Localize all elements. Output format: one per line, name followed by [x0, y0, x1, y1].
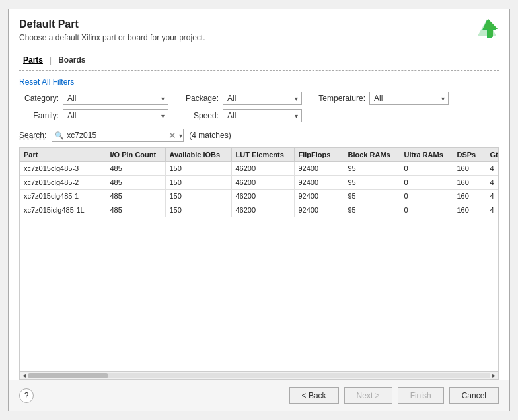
table-row[interactable]: xc7z015iclg485-1L48515046200924009501604: [20, 203, 498, 217]
xilinx-logo: [475, 17, 499, 41]
cell-io: 485: [106, 162, 165, 176]
cell-dsp: 160: [453, 203, 486, 217]
cell-iob: 150: [165, 176, 231, 190]
cell-part: xc7z015clg485-3: [20, 162, 106, 176]
cell-bram: 95: [344, 203, 400, 217]
col-header-dsp: DSPs: [453, 148, 486, 162]
tab-parts[interactable]: Parts: [19, 54, 47, 66]
cell-gb: 4: [486, 176, 498, 190]
search-input[interactable]: [67, 131, 166, 140]
category-select-wrapper[interactable]: All: [63, 92, 168, 105]
search-label: Search:: [19, 131, 46, 140]
table-header-row: Part I/O Pin Count Available IOBs LUT El…: [20, 148, 498, 162]
scroll-thumb[interactable]: [28, 373, 108, 378]
col-header-ff: FlipFlops: [294, 148, 344, 162]
horizontal-scrollbar[interactable]: ◂ ▸: [20, 371, 498, 379]
reset-filters-link[interactable]: Reset All Filters: [19, 77, 499, 87]
filters-section: Category: All Package: All: [19, 92, 499, 122]
cell-part: xc7z015iclg485-1L: [20, 203, 106, 217]
cell-uram: 0: [400, 176, 453, 190]
dialog: Default Part Choose a default Xilinx par…: [8, 9, 510, 411]
cell-part: xc7z015clg485-1: [20, 190, 106, 203]
cell-uram: 0: [400, 162, 453, 176]
search-dropdown-icon[interactable]: ▾: [179, 132, 182, 139]
cell-gb: 4: [486, 203, 498, 217]
cell-lut: 46200: [231, 176, 294, 190]
cell-io: 485: [106, 190, 165, 203]
cell-dsp: 160: [453, 176, 486, 190]
speed-select[interactable]: All: [223, 109, 302, 122]
cell-bram: 95: [344, 176, 400, 190]
next-button[interactable]: Next >: [344, 387, 392, 404]
search-icon: 🔍: [55, 131, 64, 140]
speed-filter: Speed: All: [179, 109, 302, 122]
scroll-right-arrow[interactable]: ▸: [491, 372, 497, 379]
cell-lut: 46200: [231, 162, 294, 176]
cell-gb: 4: [486, 162, 498, 176]
cell-io: 485: [106, 176, 165, 190]
search-clear-icon[interactable]: ✕: [168, 131, 176, 140]
footer-right: < Back Next > Finish Cancel: [289, 387, 499, 404]
package-filter: Package: All: [179, 92, 302, 105]
table-row[interactable]: xc7z015clg485-248515046200924009501604: [20, 176, 498, 190]
category-label: Category:: [19, 94, 59, 103]
match-count: (4 matches): [189, 131, 231, 140]
cell-iob: 150: [165, 203, 231, 217]
help-button[interactable]: ?: [19, 388, 34, 403]
cell-gb: 4: [486, 190, 498, 203]
tab-boards[interactable]: Boards: [54, 54, 89, 66]
cell-ff: 92400: [294, 176, 344, 190]
back-button[interactable]: < Back: [289, 387, 339, 404]
family-select-wrapper[interactable]: All: [63, 109, 168, 122]
temperature-select[interactable]: All: [369, 92, 449, 105]
cell-part: xc7z015clg485-2: [20, 176, 106, 190]
table-row[interactable]: xc7z015clg485-148515046200924009501604: [20, 190, 498, 203]
cell-dsp: 160: [453, 162, 486, 176]
search-input-wrapper: 🔍 ✕ ▾: [52, 129, 184, 142]
col-header-io: I/O Pin Count: [106, 148, 165, 162]
scroll-track[interactable]: [28, 373, 490, 378]
package-select[interactable]: All: [223, 92, 302, 105]
cell-iob: 150: [165, 190, 231, 203]
tab-separator: |: [50, 55, 52, 65]
package-select-wrapper[interactable]: All: [223, 92, 302, 105]
cell-bram: 95: [344, 190, 400, 203]
col-header-uram: Ultra RAMs: [400, 148, 453, 162]
cell-io: 485: [106, 203, 165, 217]
cell-dsp: 160: [453, 190, 486, 203]
family-select[interactable]: All: [63, 109, 168, 122]
dialog-header: Default Part Choose a default Xilinx par…: [9, 9, 509, 48]
temperature-select-wrapper[interactable]: All: [369, 92, 449, 105]
tabs-bar: Parts | Boards: [19, 54, 499, 71]
cell-ff: 92400: [294, 190, 344, 203]
dialog-body: Parts | Boards Reset All Filters Categor…: [9, 48, 509, 380]
scroll-left-arrow[interactable]: ◂: [21, 372, 27, 379]
cell-iob: 150: [165, 162, 231, 176]
package-label: Package:: [179, 94, 219, 103]
search-row: Search: 🔍 ✕ ▾ (4 matches): [19, 129, 499, 142]
footer-left: ?: [19, 388, 34, 403]
col-header-bram: Block RAMs: [344, 148, 400, 162]
dialog-footer: ? < Back Next > Finish Cancel: [9, 380, 509, 411]
col-header-lut: LUT Elements: [231, 148, 294, 162]
dialog-subtitle: Choose a default Xilinx part or board fo…: [19, 33, 499, 42]
parts-table: Part I/O Pin Count Available IOBs LUT El…: [20, 148, 498, 217]
cell-ff: 92400: [294, 203, 344, 217]
col-header-iob: Available IOBs: [165, 148, 231, 162]
table-body: xc7z015clg485-348515046200924009501604xc…: [20, 162, 498, 217]
filter-row-1: Category: All Package: All: [19, 92, 499, 105]
cell-bram: 95: [344, 162, 400, 176]
cell-lut: 46200: [231, 190, 294, 203]
filter-row-2: Family: All Speed: All: [19, 109, 499, 122]
cancel-button[interactable]: Cancel: [449, 387, 499, 404]
table-row[interactable]: xc7z015clg485-348515046200924009501604: [20, 162, 498, 176]
finish-button[interactable]: Finish: [398, 387, 444, 404]
speed-select-wrapper[interactable]: All: [223, 109, 302, 122]
dialog-title: Default Part: [19, 18, 499, 30]
cell-ff: 92400: [294, 162, 344, 176]
col-header-gb: Gt: [486, 148, 498, 162]
category-filter: Category: All: [19, 92, 168, 105]
category-select[interactable]: All: [63, 92, 168, 105]
cell-uram: 0: [400, 203, 453, 217]
family-label: Family:: [19, 111, 59, 120]
